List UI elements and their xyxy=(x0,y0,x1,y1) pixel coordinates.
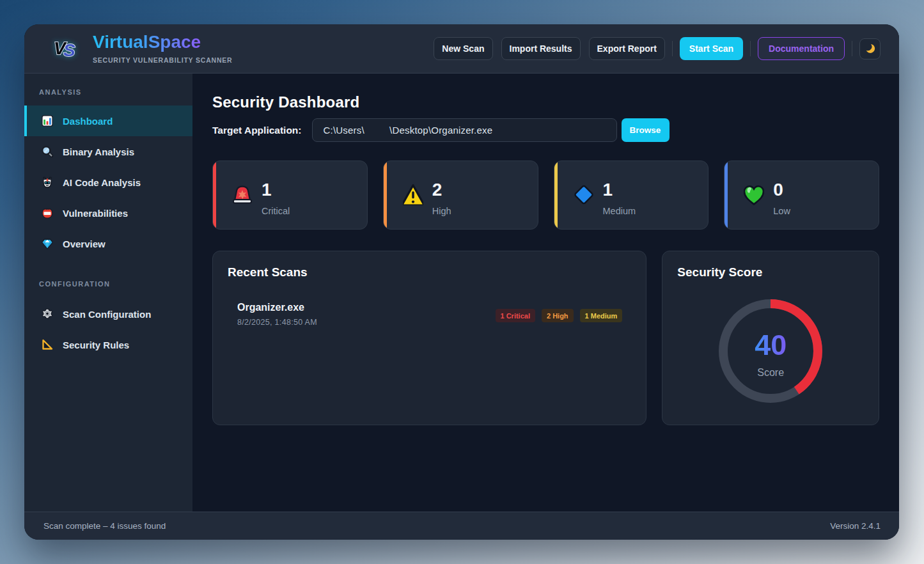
svg-text:S: S xyxy=(63,40,75,60)
